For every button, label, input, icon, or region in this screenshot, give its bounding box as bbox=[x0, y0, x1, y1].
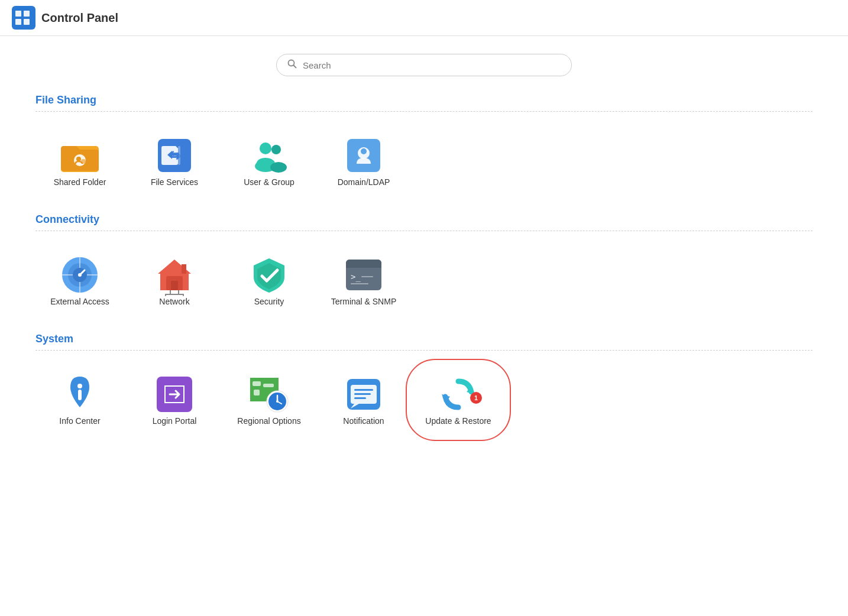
section-title-connectivity: Connectivity bbox=[35, 213, 813, 226]
section-file-sharing: File Sharing Shared Folder bbox=[35, 94, 813, 196]
item-user-group[interactable]: User & Group bbox=[225, 126, 313, 196]
svg-point-11 bbox=[81, 159, 86, 164]
svg-point-58 bbox=[276, 400, 279, 403]
control-panel-logo-icon bbox=[12, 6, 35, 30]
shared-folder-label: Shared Folder bbox=[54, 177, 106, 187]
svg-rect-51 bbox=[253, 381, 261, 386]
svg-rect-52 bbox=[263, 384, 274, 387]
file-services-label: File Services bbox=[151, 177, 198, 187]
svg-rect-36 bbox=[178, 290, 179, 294]
items-grid-system: Info Center Login Portal bbox=[35, 365, 813, 435]
item-update-restore[interactable]: 1 Update & Restore bbox=[414, 365, 503, 435]
svg-point-30 bbox=[78, 273, 82, 277]
svg-point-46 bbox=[77, 384, 82, 388]
item-external-access[interactable]: External Access bbox=[35, 245, 124, 315]
svg-rect-45 bbox=[351, 283, 368, 284]
network-icon bbox=[153, 254, 196, 296]
section-title-system: System bbox=[35, 333, 813, 345]
svg-rect-3 bbox=[15, 19, 21, 25]
domain-ldap-label: Domain/LDAP bbox=[338, 177, 390, 187]
svg-text:>_: >_ bbox=[351, 272, 361, 282]
svg-point-20 bbox=[270, 162, 287, 173]
external-access-icon bbox=[59, 254, 101, 296]
info-center-icon bbox=[59, 373, 101, 416]
items-grid-file-sharing: Shared Folder ⇆ File Services bbox=[35, 126, 813, 196]
section-system: System Info Center bbox=[35, 333, 813, 435]
section-title-file-sharing: File Sharing bbox=[35, 94, 813, 106]
notification-icon bbox=[342, 373, 385, 416]
divider-system bbox=[35, 350, 813, 351]
item-regional-options[interactable]: Regional Options bbox=[225, 365, 313, 435]
svg-rect-47 bbox=[78, 390, 82, 400]
item-file-services[interactable]: ⇆ File Services bbox=[130, 126, 219, 196]
svg-rect-63 bbox=[354, 397, 366, 399]
update-badge: 1 bbox=[470, 392, 482, 404]
svg-rect-37 bbox=[165, 294, 184, 295]
domain-ldap-icon bbox=[342, 134, 385, 177]
item-security[interactable]: Security bbox=[225, 245, 313, 315]
svg-rect-53 bbox=[254, 390, 260, 395]
logo-container: Control Panel bbox=[12, 6, 118, 30]
user-group-icon bbox=[248, 134, 290, 177]
svg-point-19 bbox=[271, 145, 281, 154]
section-connectivity: Connectivity External Access bbox=[35, 213, 813, 315]
item-info-center[interactable]: Info Center bbox=[35, 365, 124, 435]
search-input[interactable] bbox=[303, 60, 561, 70]
login-portal-label: Login Portal bbox=[153, 416, 197, 426]
svg-rect-0 bbox=[12, 6, 35, 30]
svg-rect-62 bbox=[354, 393, 371, 395]
user-group-label: User & Group bbox=[244, 177, 294, 187]
search-box bbox=[276, 54, 572, 76]
svg-rect-2 bbox=[24, 11, 30, 17]
regional-options-icon bbox=[248, 373, 290, 416]
external-access-label: External Access bbox=[50, 296, 109, 307]
search-container bbox=[35, 54, 813, 76]
app-header: Control Panel bbox=[0, 0, 848, 36]
info-center-label: Info Center bbox=[59, 416, 100, 426]
file-services-icon: ⇆ bbox=[153, 134, 196, 177]
svg-rect-4 bbox=[24, 19, 30, 25]
item-network[interactable]: Network bbox=[130, 245, 219, 315]
svg-rect-61 bbox=[354, 389, 373, 391]
items-grid-connectivity: External Access bbox=[35, 245, 813, 315]
item-notification[interactable]: Notification bbox=[319, 365, 408, 435]
main-content: File Sharing Shared Folder bbox=[0, 36, 848, 476]
regional-options-label: Regional Options bbox=[237, 416, 300, 426]
svg-rect-42 bbox=[346, 264, 381, 268]
search-icon bbox=[287, 59, 297, 71]
svg-rect-34 bbox=[182, 264, 186, 274]
security-label: Security bbox=[254, 296, 284, 307]
app-title: Control Panel bbox=[41, 11, 118, 25]
terminal-snmp-label: Terminal & SNMP bbox=[331, 296, 396, 307]
svg-rect-35 bbox=[170, 290, 171, 294]
item-domain-ldap[interactable]: Domain/LDAP bbox=[319, 126, 408, 196]
item-shared-folder[interactable]: Shared Folder bbox=[35, 126, 124, 196]
svg-rect-1 bbox=[15, 11, 21, 17]
login-portal-icon bbox=[153, 373, 196, 416]
divider-connectivity bbox=[35, 231, 813, 231]
svg-rect-44 bbox=[361, 276, 373, 277]
shared-folder-icon bbox=[59, 134, 101, 177]
svg-point-17 bbox=[260, 142, 271, 154]
security-icon bbox=[248, 254, 290, 296]
svg-rect-33 bbox=[171, 281, 178, 290]
divider-file-sharing bbox=[35, 111, 813, 112]
item-terminal-snmp[interactable]: >_ Terminal & SNMP bbox=[319, 245, 408, 315]
update-restore-label: Update & Restore bbox=[425, 416, 491, 426]
network-label: Network bbox=[159, 296, 189, 307]
svg-line-6 bbox=[294, 66, 296, 68]
item-login-portal[interactable]: Login Portal bbox=[130, 365, 219, 435]
terminal-snmp-icon: >_ bbox=[342, 254, 385, 296]
svg-point-23 bbox=[361, 148, 367, 154]
notification-label: Notification bbox=[343, 416, 384, 426]
